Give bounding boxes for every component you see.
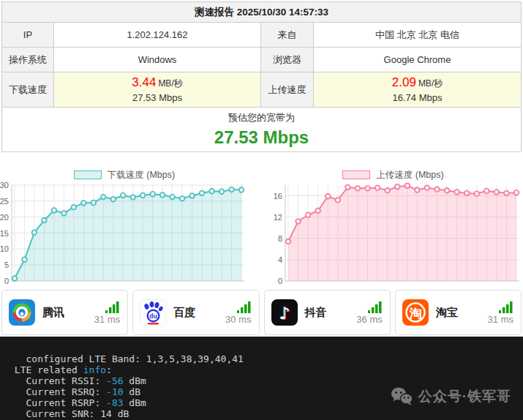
os-label: 操作系统	[2, 48, 53, 72]
svg-text:du: du	[150, 312, 157, 320]
bandwidth-estimate: 预估您的宽带为 27.53 Mbps	[2, 108, 521, 152]
terminal-line: Current RSSI: -56 dBm	[9, 375, 523, 386]
terminal-text-segment: Current RSRP:	[9, 397, 106, 408]
download-legend-swatch	[74, 170, 102, 179]
terminal-line: LTE related info:	[9, 364, 523, 375]
terminal-text-segment: -56	[106, 375, 123, 386]
ping-card-name: 淘宝	[436, 306, 458, 320]
watermark: 公众号·铁军哥	[391, 386, 511, 406]
download-legend-label: 下载速度 (Mbps)	[108, 169, 175, 181]
svg-text:8: 8	[278, 234, 282, 243]
estimate-label: 预估您的宽带为	[228, 111, 295, 124]
ip-value: 1.202.124.162	[53, 23, 260, 47]
speedtest-report-page: 测速报告 2025/10/30 14:57:33 IP 1.202.124.16…	[0, 0, 523, 420]
upload-value-cell: 2.09MB/秒 16.74 Mbps	[313, 72, 521, 107]
terminal-output[interactable]: configured LTE Band: 1,3,5,38,39,40,41 L…	[0, 337, 523, 420]
terminal-text-segment: :	[106, 364, 112, 375]
upload-mbs-unit: MB/秒	[418, 78, 443, 89]
table-row-speed: 下载速度 3.44MB/秒 27.53 Mbps 上传速度 2.09MB/秒 1…	[2, 72, 521, 108]
upload-speed-chart: 0481216	[263, 181, 523, 284]
terminal-text-segment: -10	[106, 386, 123, 397]
terminal-text-segment: LTE related	[9, 364, 83, 375]
download-mbs-number: 3.44	[132, 75, 156, 89]
terminal-line: configured LTE Band: 1,3,5,38,39,40,41	[9, 353, 523, 364]
ping-result: 36 ms	[356, 301, 382, 324]
terminal-text-segment: dBm	[124, 375, 146, 386]
signal-bars-icon	[105, 301, 120, 314]
terminal-text-segment: Current RSSI:	[9, 375, 106, 386]
terminal-text-segment: dB	[124, 386, 140, 397]
svg-text:淘: 淘	[408, 307, 421, 320]
wechat-icon	[391, 386, 413, 406]
ping-card-name: 腾讯	[42, 306, 64, 320]
table-row-ip: IP 1.202.124.162 来自 中国 北京 北京 电信	[2, 23, 521, 48]
download-label: 下载速度	[2, 72, 53, 107]
svg-text:25: 25	[0, 197, 9, 206]
estimate-value: 27.53 Mbps	[214, 127, 309, 148]
from-value: 中国 北京 北京 电信	[313, 23, 521, 47]
ping-latency: 31 ms	[488, 315, 513, 324]
svg-text:20: 20	[0, 213, 9, 222]
svg-text:15: 15	[0, 229, 9, 238]
ping-result: 31 ms	[94, 301, 120, 324]
baidu-icon: du	[139, 299, 167, 326]
tencent-icon	[8, 299, 36, 326]
table-row-os: 操作系统 Windows 浏览器 Google Chrome	[2, 48, 521, 72]
upload-legend-swatch	[342, 170, 370, 179]
download-chart-legend: 下载速度 (Mbps)	[0, 169, 249, 181]
upload-mbs-number: 2.09	[392, 75, 416, 89]
ping-card-baidu: du 百度 30 ms	[132, 290, 259, 335]
terminal-line: Current SNR: 14 dB	[9, 408, 523, 419]
signal-bars-icon	[499, 301, 513, 314]
terminal-text-segment: configured LTE Band: 1,3,5,38,39,40,41	[9, 353, 244, 364]
terminal-text-segment: -83	[106, 397, 123, 408]
from-label: 来自	[260, 23, 313, 47]
browser-value: Google Chrome	[313, 48, 521, 72]
taobao-icon: 淘	[402, 299, 429, 326]
upload-chart-legend: 上传速度 (Mbps)	[263, 169, 523, 181]
ping-latency: 30 ms	[225, 315, 251, 324]
terminal-text-segment: info	[83, 364, 106, 375]
svg-text:30: 30	[0, 181, 9, 190]
watermark-text: 公众号·铁军哥	[418, 391, 511, 402]
ping-card-name: 抖音	[305, 306, 327, 320]
svg-text:0: 0	[4, 277, 9, 284]
download-mbps: 27.53 Mbps	[132, 91, 182, 105]
ping-cards-row: 腾讯 31 ms du	[1, 290, 522, 335]
download-speed-chart: 051015202530	[0, 181, 249, 284]
ping-result: 31 ms	[488, 301, 513, 324]
ping-card-tencent: 腾讯 31 ms	[1, 290, 128, 335]
svg-text:16: 16	[274, 192, 282, 200]
ping-card-douyin: ♪ ♪ ♪ 抖音 36 ms	[264, 290, 391, 335]
download-mbs-unit: MB/秒	[158, 78, 182, 89]
svg-text:12: 12	[274, 213, 282, 222]
ping-latency: 31 ms	[94, 315, 120, 324]
upload-mbs: 2.09MB/秒	[392, 75, 443, 91]
browser-label: 浏览器	[260, 48, 313, 72]
svg-text:10: 10	[0, 244, 9, 253]
terminal-text-segment: dBm	[124, 397, 146, 408]
ping-latency: 36 ms	[356, 315, 382, 324]
ping-result: 30 ms	[225, 301, 251, 324]
terminal-text-segment: Current RSRQ:	[9, 386, 106, 397]
os-value: Windows	[53, 48, 260, 72]
upload-label: 上传速度	[260, 72, 313, 107]
signal-bars-icon	[237, 301, 252, 314]
svg-text:4: 4	[278, 255, 282, 264]
upload-mbps: 16.74 Mbps	[393, 91, 443, 105]
svg-text:♪: ♪	[279, 304, 290, 323]
upload-legend-label: 上传速度 (Mbps)	[376, 169, 443, 181]
signal-bars-icon	[368, 301, 383, 314]
download-value-cell: 3.44MB/秒 27.53 Mbps	[53, 72, 260, 107]
douyin-icon: ♪ ♪ ♪	[271, 299, 298, 326]
download-mbs: 3.44MB/秒	[132, 75, 182, 91]
ping-card-taobao: 淘 淘宝 31 ms	[395, 290, 522, 335]
svg-text:5: 5	[4, 260, 9, 269]
svg-text:0: 0	[278, 277, 282, 284]
terminal-text-segment: Current SNR: 14 dB	[9, 408, 129, 419]
ping-card-name: 百度	[173, 306, 195, 320]
report-title: 测速报告 2025/10/30 14:57:33	[2, 2, 521, 23]
report-table: 测速报告 2025/10/30 14:57:33 IP 1.202.124.16…	[1, 1, 522, 152]
ip-label: IP	[2, 23, 53, 47]
